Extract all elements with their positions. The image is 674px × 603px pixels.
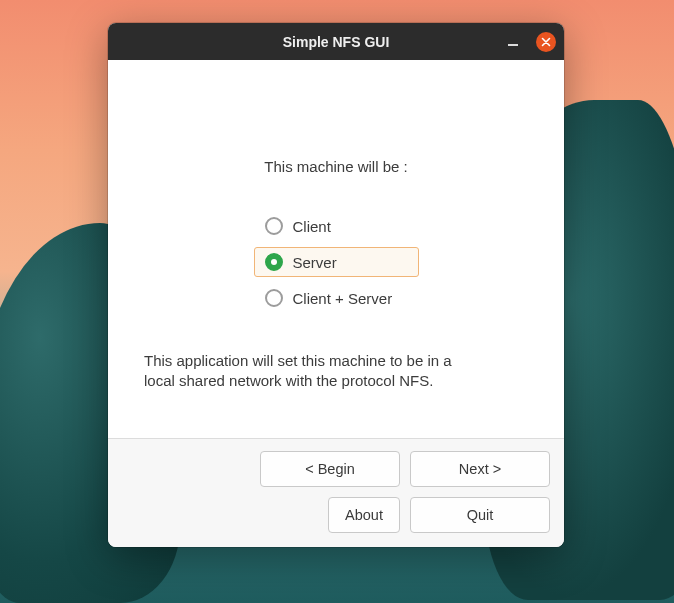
window-controls [504, 23, 556, 60]
titlebar: Simple NFS GUI [108, 23, 564, 60]
radio-icon [265, 253, 283, 271]
role-radio-group: Client Server Client + Server [254, 211, 419, 313]
radio-option-client-server[interactable]: Client + Server [254, 283, 419, 313]
radio-icon [265, 289, 283, 307]
prompt-text: This machine will be : [144, 158, 528, 175]
button-bar: < Begin Next > About Quit [108, 438, 564, 547]
svg-rect-0 [508, 44, 518, 46]
next-button[interactable]: Next > [410, 451, 550, 487]
minimize-button[interactable] [504, 33, 522, 51]
secondary-button-row: About Quit [328, 497, 550, 533]
radio-option-server[interactable]: Server [254, 247, 419, 277]
nav-button-row: < Begin Next > [260, 451, 550, 487]
radio-option-client[interactable]: Client [254, 211, 419, 241]
close-button[interactable] [536, 32, 556, 52]
window-title: Simple NFS GUI [283, 34, 390, 50]
begin-button[interactable]: < Begin [260, 451, 400, 487]
close-icon [541, 37, 551, 47]
radio-label: Server [293, 254, 337, 271]
radio-label: Client + Server [293, 290, 393, 307]
about-button[interactable]: About [328, 497, 400, 533]
minimize-icon [507, 36, 519, 48]
description-text: This application will set this machine t… [144, 351, 474, 392]
quit-button[interactable]: Quit [410, 497, 550, 533]
radio-label: Client [293, 218, 331, 235]
radio-icon [265, 217, 283, 235]
app-window: Simple NFS GUI This machine will be : Cl… [108, 23, 564, 547]
content-area: This machine will be : Client Server Cli… [108, 60, 564, 438]
